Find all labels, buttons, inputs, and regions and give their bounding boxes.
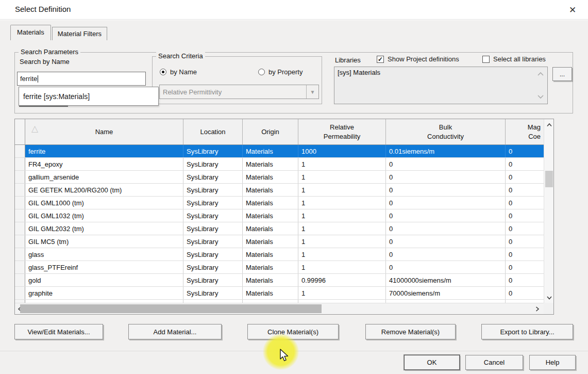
header-origin-label: Origin (261, 127, 279, 137)
export-to-library-button[interactable]: Export to Library... (481, 324, 573, 339)
search-by-name-label: Search by Name (20, 58, 70, 66)
tab-materials[interactable]: Materials (10, 25, 51, 40)
header-location[interactable]: Location (183, 119, 243, 144)
cell-relative-permeability: 1000 (298, 145, 386, 157)
table-row[interactable]: GIL GML2032 (tm) SysLibrary Materials 1 … (15, 222, 544, 235)
scroll-down-icon[interactable] (544, 293, 554, 302)
libraries-listbox[interactable]: [sys] Materials (334, 67, 548, 104)
table-row[interactable]: GIL GML1000 (tm) SysLibrary Materials 1 … (15, 197, 544, 209)
cancel-button[interactable]: Cancel (465, 355, 523, 370)
cell-mag-coe: 0 (506, 171, 544, 183)
checkbox-box[interactable]: ✓ (482, 56, 490, 63)
cell-relative-permeability: 1 (298, 287, 386, 299)
radio-by-name[interactable]: by Name (160, 68, 197, 76)
cell-location: SysLibrary (183, 209, 243, 222)
library-item[interactable]: [sys] Materials (334, 67, 547, 78)
vertical-scroll-thumb[interactable] (545, 171, 553, 187)
row-selector[interactable] (15, 235, 25, 248)
header-origin[interactable]: Origin (243, 119, 298, 144)
radio-by-property-label: by Property (268, 68, 303, 76)
view-edit-materials-button[interactable]: View/Edit Materials... (14, 324, 103, 339)
tab-material-filters-label: Material Filters (58, 30, 102, 38)
cell-name: gallium_arsenide (25, 171, 183, 183)
hidden-search-button-edge (19, 106, 68, 107)
row-selector[interactable] (15, 261, 25, 273)
property-dropdown: Relative Permittivity ▼ (159, 85, 319, 99)
table-row[interactable]: GIL MC5 (tm) SysLibrary Materials 1 0 0 (15, 235, 544, 248)
table-row[interactable]: GIL GML1032 (tm) SysLibrary Materials 1 … (15, 209, 544, 222)
cell-mag-coe: 0 (506, 274, 544, 286)
cell-bulk-conductivity: 0 (386, 261, 506, 273)
cell-bulk-conductivity: 0.01siemens/m (386, 145, 506, 157)
horizontal-scroll-thumb[interactable] (20, 304, 322, 313)
ok-button[interactable]: OK (404, 355, 460, 370)
search-criteria-legend: Search Criteria (156, 52, 205, 60)
tab-material-filters[interactable]: Material Filters (52, 27, 107, 40)
row-selector[interactable] (15, 248, 25, 261)
remove-material-button[interactable]: Remove Material(s) (365, 324, 456, 339)
radio-by-property[interactable]: by Property (258, 68, 303, 76)
cell-mag-coe: 0 (506, 184, 544, 196)
cell-relative-permeability: 1 (298, 248, 386, 261)
row-selector[interactable] (15, 145, 25, 157)
sort-ascending-icon[interactable]: △ (31, 123, 38, 135)
materials-table: △ Name Location Origin Relative Permeabi… (14, 119, 554, 315)
vertical-scrollbar[interactable] (544, 119, 553, 303)
clone-material-button[interactable]: Clone Material(s) (247, 324, 339, 339)
header-name[interactable]: △ Name (25, 119, 183, 144)
search-suggestion-item: ferrite [sys:Materials] (23, 92, 90, 101)
header-mag-coe[interactable]: Mag Coe (506, 119, 544, 144)
row-selector[interactable] (15, 158, 25, 170)
row-selector[interactable] (15, 184, 25, 196)
dialog-titlebar: Select Definition ✕ (0, 0, 588, 20)
browse-libraries-button[interactable]: ... (552, 67, 572, 81)
libraries-label: Libraries (335, 56, 361, 64)
cell-name: graphite (25, 287, 183, 299)
scroll-right-icon[interactable] (532, 303, 542, 315)
radio-by-property-circle[interactable] (258, 69, 265, 75)
scroll-up-icon[interactable] (544, 120, 554, 129)
row-selector[interactable] (15, 274, 25, 286)
search-input[interactable]: ferrite (17, 72, 146, 86)
chevron-up-icon[interactable] (537, 72, 544, 77)
cell-name: glass (25, 248, 183, 261)
cell-location: SysLibrary (183, 248, 243, 261)
cell-origin: Materials (243, 261, 298, 273)
cell-bulk-conductivity: 70000siemens/m (386, 287, 506, 299)
table-row[interactable]: gallium_arsenide SysLibrary Materials 1 … (15, 171, 544, 184)
table-row[interactable]: GE GETEK ML200/RG200 (tm) SysLibrary Mat… (15, 184, 544, 197)
cell-bulk-conductivity: 41000000siemens/m (386, 274, 506, 286)
select-all-libraries-checkbox[interactable]: ✓ Select all libraries (482, 55, 546, 63)
table-row[interactable]: glass SysLibrary Materials 1 0 0 (15, 248, 544, 261)
help-button[interactable]: Help (529, 355, 576, 370)
row-selector[interactable] (15, 222, 25, 235)
row-selector[interactable] (15, 197, 25, 209)
cell-relative-permeability: 1 (298, 171, 386, 183)
table-row[interactable]: glass_PTFEreinf SysLibrary Materials 1 0… (15, 261, 544, 274)
radio-by-name-circle[interactable] (160, 69, 166, 75)
search-suggestion-popup[interactable]: ferrite [sys:Materials] (19, 87, 159, 106)
cell-origin: Materials (243, 158, 298, 170)
checkbox-box[interactable]: ✓ (377, 56, 384, 63)
table-row[interactable]: gold SysLibrary Materials 0.99996 410000… (15, 274, 544, 287)
row-selector[interactable] (15, 209, 25, 222)
ellipsis-icon: ... (560, 71, 565, 78)
row-selector[interactable] (15, 171, 25, 183)
cell-location: SysLibrary (183, 274, 243, 286)
table-row[interactable]: graphite SysLibrary Materials 1 70000sie… (15, 287, 544, 300)
table-row[interactable]: FR4_epoxy SysLibrary Materials 1 0 0 (15, 158, 544, 171)
show-project-definitions-checkbox[interactable]: ✓ Show Project definitions (377, 55, 459, 63)
add-material-button[interactable]: Add Material... (128, 324, 222, 339)
property-dropdown-value: Relative Permittivity (160, 88, 306, 96)
cell-relative-permeability: 1 (298, 222, 386, 235)
cell-mag-coe: 0 (506, 158, 544, 170)
mouse-cursor-icon (279, 349, 290, 364)
horizontal-scrollbar[interactable] (15, 303, 544, 314)
table-row[interactable]: ferrite SysLibrary Materials 1000 0.01si… (15, 145, 544, 158)
cell-name: GE GETEK ML200/RG200 (tm) (25, 184, 183, 196)
header-bulk-conductivity[interactable]: Bulk Conductivity (386, 119, 506, 144)
close-icon[interactable]: ✕ (566, 4, 579, 16)
header-relative-permeability[interactable]: Relative Permeability (298, 119, 386, 144)
chevron-down-icon[interactable] (537, 94, 544, 99)
row-selector[interactable] (15, 287, 25, 299)
